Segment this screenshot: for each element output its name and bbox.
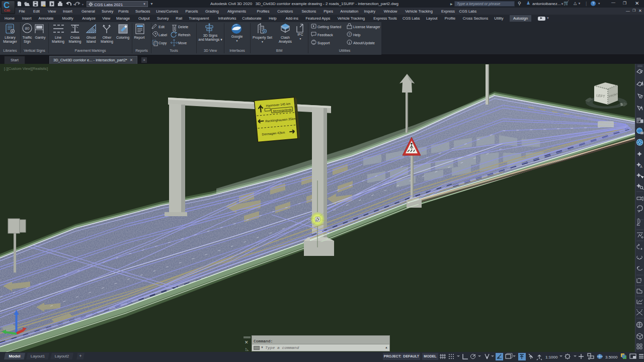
svg-text:3.5000: 3.5000: [605, 355, 618, 359]
svg-text:▾: ▾: [73, 3, 75, 6]
svg-text:A: A: [640, 165, 642, 168]
svg-text:80: 80: [25, 26, 30, 31]
svg-text:?: ?: [349, 33, 351, 36]
svg-text:▾: ▾: [82, 3, 84, 6]
svg-text:S: S: [620, 103, 623, 106]
svg-text:1:1000: 1:1000: [545, 355, 558, 359]
